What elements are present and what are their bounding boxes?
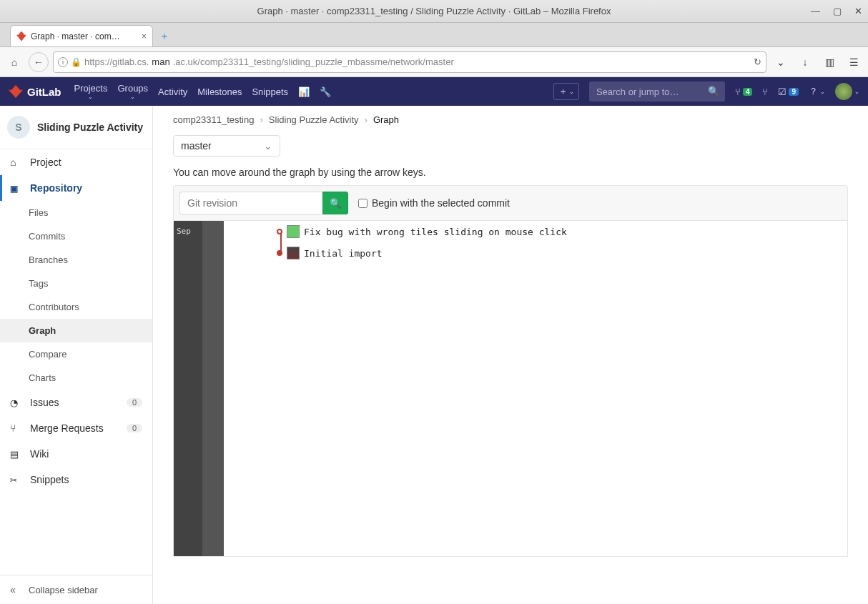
window-title: Graph · master · comp23311_testing / Sli… (257, 6, 611, 16)
search-icon: 🔍 (708, 86, 719, 96)
main-content: comp23311_testing › Sliding Puzzle Activ… (153, 106, 868, 604)
new-dropdown-button[interactable]: ＋ ⌄ (553, 83, 579, 100)
pocket-button[interactable]: ⌄ (771, 52, 791, 72)
issues-link[interactable]: ⑂ (762, 86, 768, 97)
chevron-right-icon: › (260, 114, 262, 125)
todos-link[interactable]: ☑9 (778, 86, 799, 97)
commit-avatar (287, 225, 300, 238)
menu-button[interactable]: ☰ (844, 52, 864, 72)
commit-dot-icon (277, 229, 282, 234)
graph-canvas[interactable]: Fix bug with wrong tiles sliding on mous… (224, 221, 847, 556)
network-graph[interactable]: Sep master mouse-in… Fix bug with wrong … (173, 221, 848, 557)
graph-month-label: Sep (177, 227, 191, 236)
nav-activity[interactable]: Activity (158, 86, 187, 97)
commit-node[interactable]: Fix bug with wrong tiles sliding on mous… (277, 225, 567, 238)
url-bar[interactable]: i 🔒 https://gitlab.cs.man.ac.uk/comp2331… (53, 51, 766, 73)
library-button[interactable]: ▥ (819, 52, 839, 72)
gitlab-logo[interactable]: GitLab (9, 85, 61, 98)
revision-search-button[interactable]: 🔍 (322, 192, 348, 214)
begin-selected-label: Begin with the selected commit (372, 197, 510, 209)
nav-projects[interactable]: Projects⌄ (74, 83, 108, 100)
sidebar-item-project[interactable]: Project (0, 149, 152, 175)
nav-groups[interactable]: Groups⌄ (117, 83, 148, 100)
nav-snippets[interactable]: Snippets (252, 86, 288, 97)
sidebar-item-snippets[interactable]: Snippets (0, 467, 152, 492)
sidebar-project-header[interactable]: S Sliding Puzzle Activity (0, 106, 152, 149)
graph-hint: You can move around the graph by using t… (173, 167, 848, 178)
nav-wrench-icon[interactable]: 🔧 (320, 86, 331, 97)
git-revision-input[interactable] (179, 192, 322, 214)
sidebar-sub-files[interactable]: Files (29, 201, 152, 224)
sidebar-item-wiki[interactable]: Wiki (0, 441, 152, 467)
window-maximize-button[interactable]: ▢ (833, 6, 842, 16)
user-avatar-icon (835, 83, 852, 100)
breadcrumb: comp23311_testing › Sliding Puzzle Activ… (173, 114, 848, 125)
repository-icon (10, 182, 21, 194)
begin-selected-check[interactable]: Begin with the selected commit (358, 197, 510, 209)
project-avatar: S (7, 116, 30, 139)
collapse-icon (10, 584, 21, 595)
url-text-host: man (152, 56, 169, 67)
browser-tab[interactable]: Graph · master · com… × (10, 25, 153, 46)
merge-requests-link[interactable]: ⑂4 (735, 86, 753, 97)
nav-chart-icon[interactable]: 📊 (298, 86, 310, 97)
commit-node[interactable]: Initial import (277, 247, 383, 259)
wiki-icon (10, 448, 21, 460)
home-button[interactable]: ⌂ (4, 52, 24, 72)
window-minimize-button[interactable]: — (811, 6, 820, 16)
window-titlebar: Graph · master · comp23311_testing / Sli… (0, 0, 868, 23)
sidebar-sub-tags[interactable]: Tags (29, 272, 152, 295)
sidebar-sub-branches[interactable]: Branches (29, 248, 152, 272)
global-search[interactable]: 🔍 (589, 81, 725, 102)
issues-icon (10, 397, 21, 408)
window-close-button[interactable]: ✕ (854, 6, 862, 16)
search-input[interactable] (589, 81, 725, 102)
collapse-sidebar-button[interactable]: Collapse sidebar (0, 575, 152, 604)
sidebar-item-repository[interactable]: Repository (0, 175, 152, 201)
mr-badge: 4 (743, 88, 753, 96)
branch-select[interactable]: master (173, 135, 280, 157)
url-text-prefix: https://gitlab.cs. (84, 56, 149, 67)
revision-bar: 🔍 Begin with the selected commit (173, 185, 848, 221)
nav-milestones[interactable]: Milestones (197, 86, 242, 97)
sidebar-item-merge[interactable]: Merge Requests0 (0, 415, 152, 441)
commit-message: Fix bug with wrong tiles sliding on mous… (304, 227, 567, 237)
sidebar-sub-graph[interactable]: Graph (0, 319, 152, 342)
new-tab-button[interactable]: ＋ (154, 26, 174, 46)
sidebar-sub-charts[interactable]: Charts (29, 366, 152, 390)
graph-branch-gutter: master mouse-in… (202, 221, 224, 556)
breadcrumb-project[interactable]: Sliding Puzzle Activity (269, 114, 359, 125)
sidebar-item-issues[interactable]: Issues0 (0, 390, 152, 415)
url-text-suffix: .ac.uk/comp23311_testing/sliding_puzzle_… (173, 56, 454, 67)
downloads-button[interactable]: ↓ (795, 52, 815, 72)
todo-badge: 9 (789, 88, 799, 96)
sidebar-sub-contributors[interactable]: Contributors (29, 295, 152, 319)
browser-navbar: ⌂ ← i 🔒 https://gitlab.cs.man.ac.uk/comp… (0, 47, 868, 77)
gitlab-topnav: GitLab Projects⌄ Groups⌄ Activity Milest… (0, 77, 868, 106)
begin-selected-checkbox[interactable] (358, 199, 368, 208)
chevron-right-icon: › (365, 114, 368, 125)
branch-selected-label: master (181, 140, 212, 152)
breadcrumb-group[interactable]: comp23311_testing (173, 114, 254, 125)
site-info-icon[interactable]: i (58, 57, 68, 67)
commit-avatar (287, 247, 300, 259)
merge-count: 0 (127, 424, 142, 432)
snippets-icon (10, 474, 21, 485)
sidebar-sub-compare[interactable]: Compare (29, 342, 152, 366)
project-name: Sliding Puzzle Activity (37, 122, 143, 133)
merge-icon (10, 422, 21, 434)
brand-text: GitLab (27, 86, 61, 98)
tab-close-button[interactable]: × (142, 31, 147, 41)
commit-message: Initial import (304, 248, 383, 259)
user-menu[interactable]: ⌄ (835, 83, 859, 100)
breadcrumb-page: Graph (373, 114, 399, 125)
browser-tabstrip: Graph · master · com… × ＋ (0, 23, 868, 47)
issues-count: 0 (127, 398, 142, 407)
lock-icon: 🔒 (71, 57, 82, 67)
back-button[interactable]: ← (29, 52, 49, 72)
commit-dot-icon (277, 250, 282, 256)
graph-date-gutter: Sep (174, 221, 202, 556)
reload-button[interactable]: ↻ (754, 56, 761, 67)
sidebar-sub-commits[interactable]: Commits (29, 224, 152, 248)
help-dropdown[interactable]: ？⌄ (809, 85, 825, 98)
